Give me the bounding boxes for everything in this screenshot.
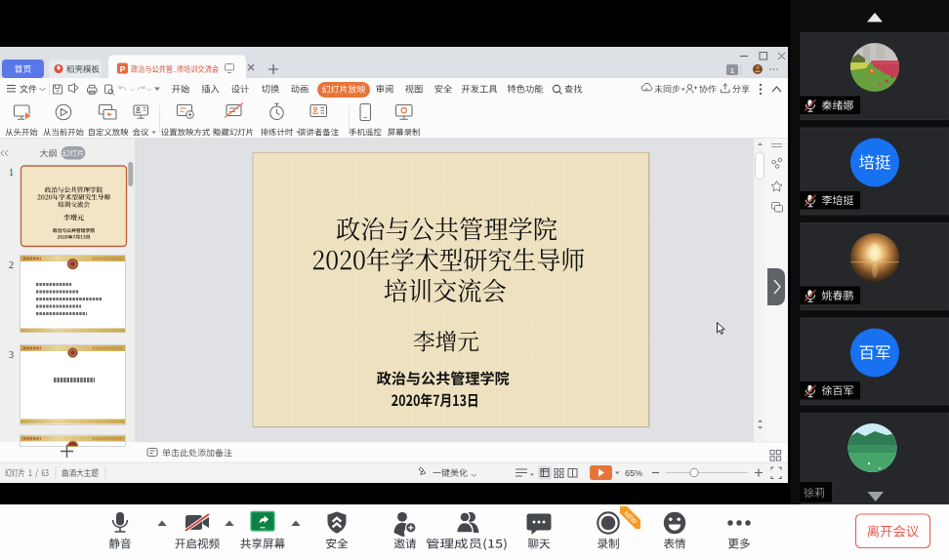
svg-text:1: 1 [9,167,14,178]
svg-text:P: P [120,64,126,74]
svg-text:65%: 65% [625,468,642,478]
svg-text:3: 3 [9,349,14,360]
svg-text:2: 2 [9,260,14,270]
svg-text:1: 1 [730,66,735,75]
